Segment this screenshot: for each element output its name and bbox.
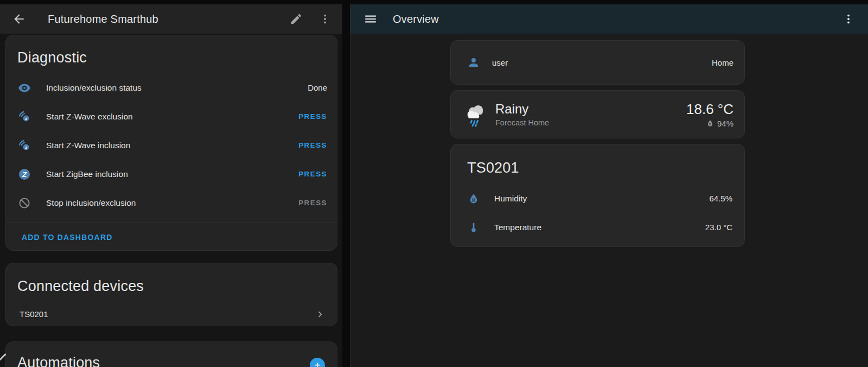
- sensor-label: Humidity: [494, 194, 709, 204]
- water-percent-icon: [467, 192, 480, 205]
- zwave-icon: z: [18, 139, 31, 152]
- diagnostic-card: Diagnostic Inclusion/exclusion status Do…: [5, 35, 337, 251]
- left-app-header: Futurehome Smarthub: [0, 4, 342, 34]
- zwave-icon: z: [18, 110, 31, 123]
- connected-devices-card: Connected devices TS0201: [5, 263, 337, 326]
- svg-text:z: z: [25, 144, 27, 149]
- overview-title: Overview: [393, 13, 439, 26]
- sensor-card-title: TS0201: [467, 159, 728, 176]
- user-name: user: [492, 58, 508, 67]
- left-content: Diagnostic Inclusion/exclusion status Do…: [0, 34, 342, 367]
- overview-overflow-menu-button[interactable]: [842, 12, 855, 26]
- zigbee-icon: Z: [18, 168, 31, 181]
- row-zwave-exclusion: z Start Z-Wave exclusion PRESS: [6, 102, 337, 131]
- svg-text:z: z: [25, 116, 27, 121]
- weather-pouring-icon: [462, 102, 488, 128]
- weather-temperature: 18.6 °C: [686, 101, 733, 117]
- user-area: Home: [712, 58, 733, 67]
- weather-humidity: 94%: [717, 119, 733, 128]
- row-label: Start ZigBee inclusion: [46, 169, 298, 179]
- row-zigbee-inclusion: Z Start ZigBee inclusion PRESS: [6, 160, 337, 188]
- overview-content: user Home: [350, 34, 868, 247]
- weather-card[interactable]: Rainy Forecast Home 18.6 °C 94%: [450, 90, 745, 138]
- back-button[interactable]: [12, 12, 26, 26]
- press-button[interactable]: PRESS: [298, 170, 327, 178]
- svg-text:Z: Z: [22, 170, 27, 178]
- humidity-row[interactable]: Humidity 64.5%: [451, 184, 744, 213]
- thermometer-icon: [467, 221, 480, 234]
- temperature-row[interactable]: Temperature 23.0 °C: [451, 213, 744, 242]
- sensor-value: 23.0 °C: [705, 223, 732, 232]
- device-list-item-ts0201[interactable]: TS0201: [6, 301, 337, 326]
- device-detail-window: Futurehome Smarthub Diagnostic: [0, 4, 342, 367]
- row-value: Done: [308, 83, 327, 92]
- press-button[interactable]: PRESS: [298, 112, 327, 121]
- row-label: Start Z-Wave exclusion: [46, 112, 298, 122]
- overview-window: Overview user Home: [350, 4, 868, 367]
- chevron-right-icon: [314, 308, 326, 320]
- press-button-disabled: PRESS: [298, 199, 327, 207]
- sensor-label: Temperature: [494, 223, 705, 232]
- device-name: TS0201: [20, 309, 314, 319]
- edit-button[interactable]: [290, 12, 303, 26]
- sensor-card: TS0201 Humidity 64.5%: [450, 144, 745, 247]
- row-label: Stop inclusion/exclusion: [46, 198, 298, 208]
- automations-card: Automations +: [5, 341, 337, 367]
- row-label: Inclusion/exclusion status: [46, 83, 308, 93]
- hamburger-menu-icon: [363, 12, 378, 26]
- water-percent-icon: [706, 119, 714, 128]
- overflow-menu-icon: [842, 12, 855, 26]
- sidebar-menu-button[interactable]: [363, 12, 378, 26]
- eye-icon: [18, 81, 31, 94]
- add-to-dashboard-button[interactable]: ADD TO DASHBOARD: [22, 233, 113, 242]
- overflow-menu-button[interactable]: [318, 12, 331, 26]
- row-inclusion-status: Inclusion/exclusion status Done: [6, 73, 337, 102]
- back-arrow-icon: [12, 12, 26, 26]
- person-icon: [467, 56, 480, 69]
- block-icon: [18, 197, 31, 210]
- press-button[interactable]: PRESS: [298, 141, 327, 149]
- right-app-header: Overview: [350, 4, 868, 34]
- weather-condition: Rainy: [495, 102, 549, 117]
- sensor-value: 64.5%: [709, 194, 732, 203]
- automations-title: Automations: [17, 354, 326, 367]
- row-stop-inclusion: Stop inclusion/exclusion PRESS: [6, 188, 337, 217]
- row-zwave-inclusion: z Start Z-Wave inclusion PRESS: [6, 131, 337, 160]
- overflow-menu-icon: [318, 12, 331, 26]
- row-label: Start Z-Wave inclusion: [46, 141, 298, 150]
- user-card[interactable]: user Home: [450, 40, 745, 85]
- page-title: Futurehome Smarthub: [48, 13, 158, 26]
- diagnostic-card-title: Diagnostic: [17, 49, 326, 66]
- weather-subtitle: Forecast Home: [495, 118, 549, 127]
- connected-devices-title: Connected devices: [17, 277, 326, 295]
- pencil-icon: [290, 12, 303, 26]
